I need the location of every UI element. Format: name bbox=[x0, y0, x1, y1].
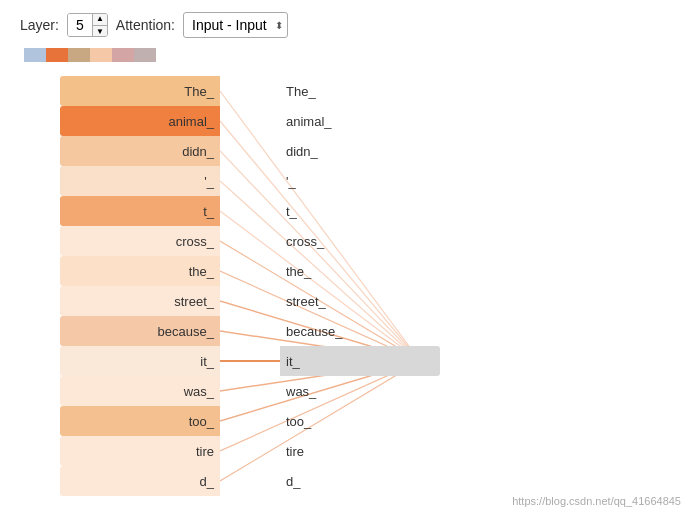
left-token-3: '_ bbox=[60, 166, 220, 196]
left-token-list: The_animal_didn_'_t_cross_the_street_bec… bbox=[20, 76, 220, 496]
layer-label: Layer: bbox=[20, 17, 59, 33]
right-token-10: was_ bbox=[280, 376, 440, 406]
layer-up-arrow[interactable]: ▲ bbox=[93, 13, 107, 26]
left-token-1: animal_ bbox=[60, 106, 220, 136]
color-swatch-2[interactable] bbox=[68, 48, 90, 62]
left-token-0: The_ bbox=[60, 76, 220, 106]
layer-value: 5 bbox=[68, 13, 92, 37]
left-token-7: street_ bbox=[60, 286, 220, 316]
color-swatch-0[interactable] bbox=[24, 48, 46, 62]
left-token-5: cross_ bbox=[60, 226, 220, 256]
left-token-13: d_ bbox=[60, 466, 220, 496]
color-swatch-4[interactable] bbox=[112, 48, 134, 62]
attention-visualization: The_animal_didn_'_t_cross_the_street_bec… bbox=[20, 76, 676, 496]
layer-arrows[interactable]: ▲ ▼ bbox=[92, 13, 107, 37]
layer-down-arrow[interactable]: ▼ bbox=[93, 26, 107, 37]
right-token-6: the_ bbox=[280, 256, 440, 286]
left-token-10: was_ bbox=[60, 376, 220, 406]
left-token-11: too_ bbox=[60, 406, 220, 436]
right-token-0: The_ bbox=[280, 76, 440, 106]
left-token-9: it_ bbox=[60, 346, 220, 376]
right-token-5: cross_ bbox=[280, 226, 440, 256]
color-swatch-1[interactable] bbox=[46, 48, 68, 62]
left-token-12: tire bbox=[60, 436, 220, 466]
attention-select[interactable]: Input - Input bbox=[183, 12, 288, 38]
right-token-3: '_ bbox=[280, 166, 440, 196]
color-swatches-row bbox=[24, 48, 676, 62]
attention-select-wrapper[interactable]: Input - Input bbox=[183, 12, 288, 38]
left-token-6: the_ bbox=[60, 256, 220, 286]
right-token-list: The_animal_didn_'_t_cross_the_street_bec… bbox=[280, 76, 480, 496]
left-token-2: didn_ bbox=[60, 136, 220, 166]
color-swatch-5[interactable] bbox=[134, 48, 156, 62]
controls-bar: Layer: 5 ▲ ▼ Attention: Input - Input bbox=[20, 12, 676, 38]
right-token-9: it_ bbox=[280, 346, 440, 376]
right-token-2: didn_ bbox=[280, 136, 440, 166]
right-token-13: d_ bbox=[280, 466, 440, 496]
left-token-4: t_ bbox=[60, 196, 220, 226]
layer-spinner[interactable]: 5 ▲ ▼ bbox=[67, 13, 108, 37]
watermark: https://blog.csdn.net/qq_41664845 bbox=[512, 495, 681, 507]
right-token-8: because_ bbox=[280, 316, 440, 346]
right-token-12: tire bbox=[280, 436, 440, 466]
color-swatch-3[interactable] bbox=[90, 48, 112, 62]
right-token-1: animal_ bbox=[280, 106, 440, 136]
right-token-11: too_ bbox=[280, 406, 440, 436]
left-token-8: because_ bbox=[60, 316, 220, 346]
attention-label: Attention: bbox=[116, 17, 175, 33]
right-token-7: street_ bbox=[280, 286, 440, 316]
right-token-4: t_ bbox=[280, 196, 440, 226]
